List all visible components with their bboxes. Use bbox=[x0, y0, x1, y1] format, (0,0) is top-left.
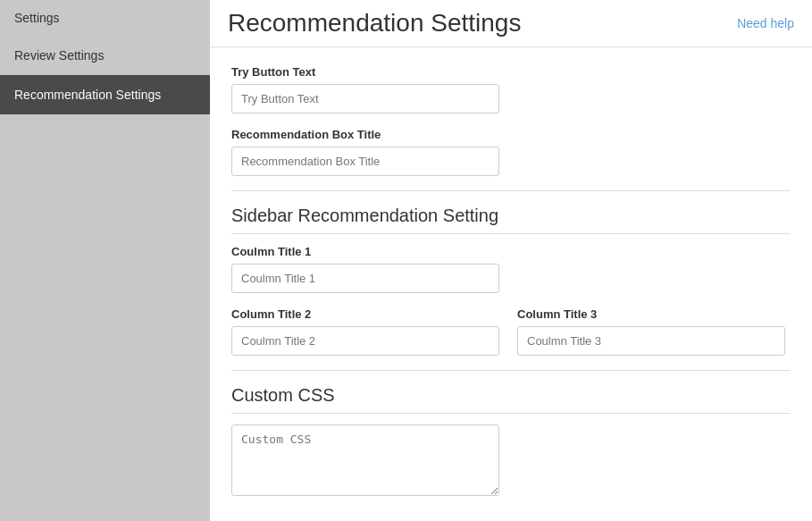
recommendation-box-title-input[interactable] bbox=[231, 147, 499, 176]
custom-css-section bbox=[231, 424, 791, 499]
custom-css-textarea[interactable] bbox=[231, 424, 499, 496]
main-header: Recommendation Settings Need help bbox=[210, 0, 812, 47]
column2-group: Column Title 2 bbox=[231, 307, 499, 356]
sidebar-section-title: Sidebar Recommendation Setting bbox=[231, 206, 791, 234]
sidebar: Settings Review Settings Recommendation … bbox=[0, 0, 210, 521]
column3-group: Column Title 3 bbox=[517, 307, 785, 356]
main-content-area: Recommendation Settings Need help Try Bu… bbox=[210, 0, 812, 521]
column3-label: Column Title 3 bbox=[517, 307, 785, 321]
sidebar-item-recommendation-settings[interactable]: Recommendation Settings bbox=[0, 75, 210, 114]
page-title: Recommendation Settings bbox=[228, 9, 521, 38]
column1-input[interactable] bbox=[231, 264, 499, 293]
recommendation-box-title-section: Recommendation Box Title bbox=[231, 128, 791, 176]
column3-input[interactable] bbox=[517, 326, 785, 356]
need-help-link[interactable]: Need help bbox=[737, 16, 794, 30]
divider-2 bbox=[231, 370, 791, 371]
column2-label: Column Title 2 bbox=[231, 307, 499, 321]
custom-css-title: Custom CSS bbox=[231, 385, 791, 414]
divider-1 bbox=[231, 190, 791, 191]
sidebar-header: Settings bbox=[0, 0, 210, 36]
column2-input[interactable] bbox=[231, 326, 499, 356]
columns-row: Column Title 2 Column Title 3 bbox=[231, 307, 791, 356]
column1-label: Coulmn Title 1 bbox=[231, 245, 791, 258]
recommendation-box-title-label: Recommendation Box Title bbox=[231, 128, 791, 141]
try-button-text-input[interactable] bbox=[231, 84, 499, 113]
column1-section: Coulmn Title 1 bbox=[231, 245, 791, 293]
sidebar-item-review-settings[interactable]: Review Settings bbox=[0, 36, 210, 75]
main-form: Try Button Text Recommendation Box Title… bbox=[210, 47, 812, 521]
try-button-text-section: Try Button Text bbox=[231, 65, 791, 113]
try-button-text-label: Try Button Text bbox=[231, 65, 791, 79]
